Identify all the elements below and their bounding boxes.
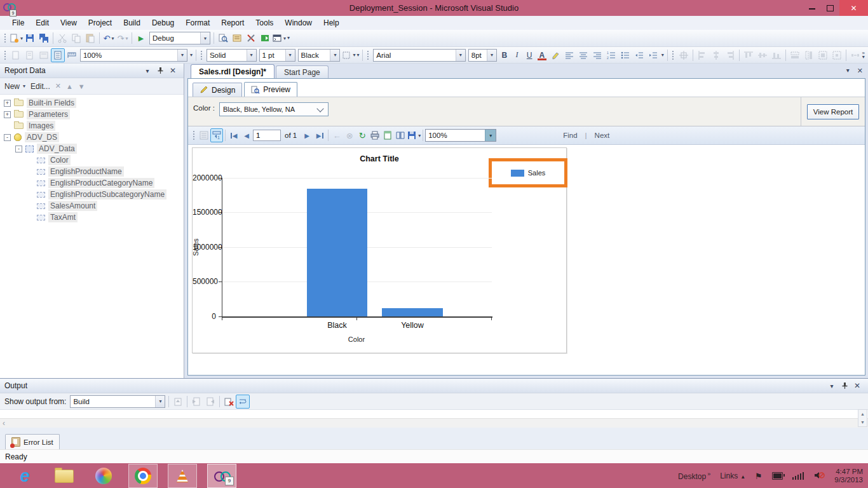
report-page-landscape-button[interactable] xyxy=(23,48,37,62)
menu-item-report[interactable]: Report xyxy=(215,18,250,27)
new-dataset-button[interactable]: New ▾ xyxy=(4,82,25,91)
volume-muted-icon[interactable] xyxy=(813,470,825,482)
toolbox-button[interactable] xyxy=(244,31,258,45)
tree-item-taxamt[interactable]: TaxAmt xyxy=(0,212,184,223)
toolbar-options-overflow[interactable]: ▾ xyxy=(661,53,664,57)
solution-configurations-combo[interactable]: Debug ▾ xyxy=(149,32,210,44)
tree-item-images[interactable]: Images xyxy=(0,120,184,132)
toolbar-grip[interactable] xyxy=(4,33,7,43)
taskbar-internet-explorer[interactable]: e xyxy=(10,464,39,488)
scroll-up-icon[interactable]: ▲ xyxy=(858,410,867,418)
toolbar-grip[interactable] xyxy=(4,50,7,60)
restore-button[interactable] xyxy=(821,0,839,16)
page-number-input[interactable] xyxy=(253,130,281,141)
find-link[interactable]: Find xyxy=(563,132,577,139)
align-rights-button[interactable] xyxy=(723,48,737,62)
toolbar-options-overflow[interactable]: ▾ xyxy=(287,36,290,40)
command-window-button[interactable]: ▾ xyxy=(272,31,286,45)
pin-icon[interactable] xyxy=(154,67,166,74)
save-button[interactable] xyxy=(23,31,37,45)
desktop-toolbar[interactable]: Desktop» xyxy=(678,471,710,481)
error-list-tab[interactable]: Error List xyxy=(5,434,60,449)
toolbar-options-overflow[interactable]: ▾ xyxy=(356,53,359,57)
pin-icon[interactable] xyxy=(838,382,851,390)
output-header[interactable]: Output ▾ ✕ xyxy=(0,379,868,393)
first-page-button[interactable]: ◀ xyxy=(227,128,240,142)
paste-button[interactable] xyxy=(83,31,97,45)
move-up-icon[interactable]: ▲ xyxy=(66,83,73,90)
font-color-button[interactable]: A xyxy=(536,49,548,62)
parameters-toggle-button[interactable]: 1 xyxy=(210,128,223,142)
tree-item-parameters[interactable]: +Parameters xyxy=(0,109,184,120)
next-message-button[interactable] xyxy=(203,395,217,409)
minimize-button[interactable] xyxy=(803,0,821,16)
tab-start-page[interactable]: Start Page xyxy=(276,65,329,78)
tree-item-color[interactable]: Color xyxy=(0,154,184,166)
chart-plot[interactable]: Chart Title Sales Color Sales 0500000100… xyxy=(192,147,567,353)
report-data-toggle-button[interactable] xyxy=(51,48,65,62)
previous-message-button[interactable] xyxy=(189,395,203,409)
document-map-button[interactable] xyxy=(198,128,210,142)
toolbar-grip[interactable] xyxy=(200,50,203,60)
scroll-left-icon[interactable]: ‹ xyxy=(3,419,5,427)
find-message-button[interactable] xyxy=(171,395,185,409)
output-horizontal-scrollbar[interactable]: ‹ xyxy=(0,418,868,428)
italic-button[interactable]: I xyxy=(511,49,524,62)
output-vertical-scrollbar[interactable]: ▲ ▼ xyxy=(858,409,867,427)
borders-button[interactable]: ▾ xyxy=(341,48,355,62)
tree-item-adv-ds[interactable]: -ADV_DS xyxy=(0,132,184,143)
close-panel-icon[interactable]: ✕ xyxy=(851,381,864,390)
tree-item-englishproductname[interactable]: EnglishProductName xyxy=(0,166,184,177)
network-signal-icon[interactable] xyxy=(792,472,804,480)
last-page-button[interactable]: ▶ xyxy=(313,128,326,142)
numbered-list-button[interactable]: 12 xyxy=(604,48,618,62)
ruler-toggle-button[interactable] xyxy=(65,48,79,62)
print-layout-button[interactable] xyxy=(381,128,394,142)
tab-preview[interactable]: Preview xyxy=(244,82,297,97)
output-source-combo[interactable]: Build ▾ xyxy=(70,395,165,408)
expand-icon[interactable]: + xyxy=(4,100,11,107)
menu-item-project[interactable]: Project xyxy=(83,18,118,27)
align-bottoms-button[interactable] xyxy=(770,48,783,62)
border-style-combo[interactable]: Solid ▾ xyxy=(207,49,257,62)
increase-indent-button[interactable] xyxy=(646,48,660,62)
power-battery-icon[interactable] xyxy=(772,472,783,480)
next-link[interactable]: Next xyxy=(595,132,610,139)
menu-item-edit[interactable]: Edit xyxy=(30,18,55,27)
report-page-button[interactable] xyxy=(9,48,23,62)
links-toolbar[interactable]: Links▲ xyxy=(720,471,745,480)
save-all-button[interactable] xyxy=(37,31,51,45)
menu-item-format[interactable]: Format xyxy=(180,18,215,27)
menu-item-debug[interactable]: Debug xyxy=(146,18,180,27)
tree-item-built-in-fields[interactable]: +Built-in Fields xyxy=(0,97,184,109)
close-panel-icon[interactable]: ✕ xyxy=(166,66,179,75)
decrease-indent-button[interactable] xyxy=(632,48,646,62)
align-left-button[interactable] xyxy=(562,48,576,62)
panel-menu-icon[interactable]: ▾ xyxy=(825,383,838,390)
menu-item-file[interactable]: File xyxy=(6,18,30,27)
tab-design[interactable]: Design xyxy=(193,83,242,97)
taskbar-file-explorer[interactable] xyxy=(50,464,79,488)
output-content[interactable] xyxy=(0,410,868,418)
report-data-header[interactable]: Report Data ▾ ✕ xyxy=(0,64,184,78)
viewer-zoom-combo[interactable]: 100% ▾ xyxy=(425,129,496,142)
menu-item-window[interactable]: Window xyxy=(279,18,318,27)
color-parameter-combo[interactable]: Black, Blue, Yellow, NA xyxy=(219,102,329,116)
align-centers-button[interactable] xyxy=(709,48,723,62)
cut-button[interactable] xyxy=(55,31,69,45)
make-same-size-button[interactable] xyxy=(816,48,830,62)
view-report-button[interactable]: View Report xyxy=(807,104,859,119)
toolbar-grip[interactable] xyxy=(672,50,675,60)
taskbar-chrome[interactable] xyxy=(128,464,158,488)
tree-item-englishproductcategoryname[interactable]: EnglishProductCategoryName xyxy=(0,177,184,189)
align-center-button[interactable] xyxy=(576,48,590,62)
toolbar-grip[interactable] xyxy=(367,50,370,60)
page-setup-button[interactable] xyxy=(394,128,407,142)
underline-button[interactable]: U xyxy=(523,49,536,62)
expand-icon[interactable]: + xyxy=(4,111,11,118)
align-middles-button[interactable] xyxy=(756,48,770,62)
export-report-button[interactable]: ▾ xyxy=(407,128,421,142)
document-list-icon[interactable]: ▾ xyxy=(846,67,850,75)
redo-button[interactable]: ↷ ▾ xyxy=(116,31,130,45)
show-hidden-icons[interactable]: ▲ xyxy=(740,474,745,480)
